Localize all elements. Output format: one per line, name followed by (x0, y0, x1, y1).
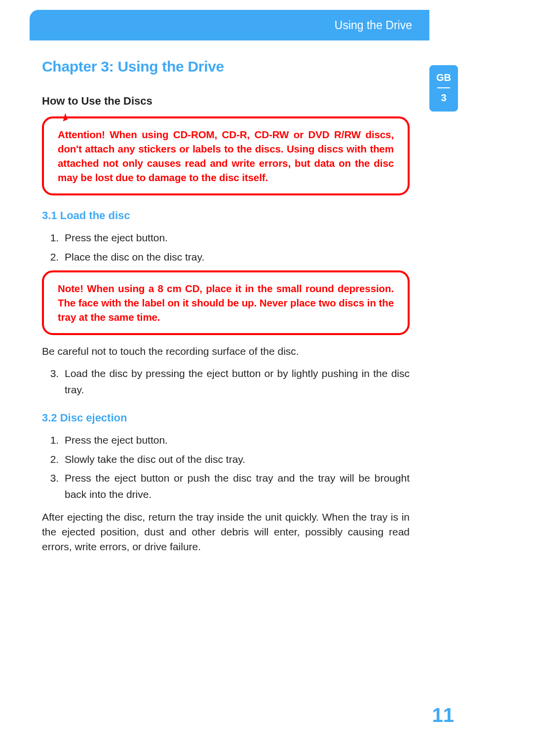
paragraph: Be careful not to touch the recording su… (42, 344, 410, 359)
content-column: Chapter 3: Using the Drive How to Use th… (42, 58, 410, 562)
subsection-3-1: 3.1 Load the disc (42, 209, 410, 222)
paragraph: After ejecting the disc, return the tray… (42, 510, 410, 555)
attention-text: Attention! When using CD-ROM, CD-R, CD-R… (58, 127, 394, 185)
steps-3-2: Press the eject button. Slowly take the … (42, 432, 410, 502)
page: Using the Drive GB 3 Chapter 3: Using th… (0, 0, 533, 756)
side-tab-lang: GB (429, 72, 458, 83)
list-item: Press the eject button. (62, 432, 410, 449)
section-how-to-use-discs: How to Use the Discs (42, 95, 410, 108)
list-item: Press the eject button. (62, 230, 410, 246)
steps-3-1-a: Press the eject button. Place the disc o… (42, 230, 410, 265)
header-title: Using the Drive (335, 19, 412, 32)
side-tab-divider (437, 87, 450, 88)
page-number: 11 (432, 704, 455, 726)
list-item: Slowly take the disc out of the disc tra… (62, 452, 410, 468)
list-item: Press the eject button or push the disc … (62, 470, 410, 502)
header-bar: Using the Drive (30, 10, 429, 40)
side-tab: GB 3 (429, 65, 458, 112)
note-text: Note! When using a 8 cm CD, place it in … (58, 281, 394, 324)
attention-callout: Attention! When using CD-ROM, CD-R, CD-R… (42, 116, 410, 195)
side-tab-chapter: 3 (429, 92, 458, 104)
list-item: Load the disc by pressing the eject butt… (62, 366, 410, 398)
subsection-3-2: 3.2 Disc ejection (42, 412, 410, 424)
list-item: Place the disc on the disc tray. (62, 249, 410, 265)
steps-3-1-b: Load the disc by pressing the eject butt… (42, 366, 410, 398)
note-callout: Note! When using a 8 cm CD, place it in … (42, 270, 410, 335)
chapter-title: Chapter 3: Using the Drive (42, 58, 410, 75)
